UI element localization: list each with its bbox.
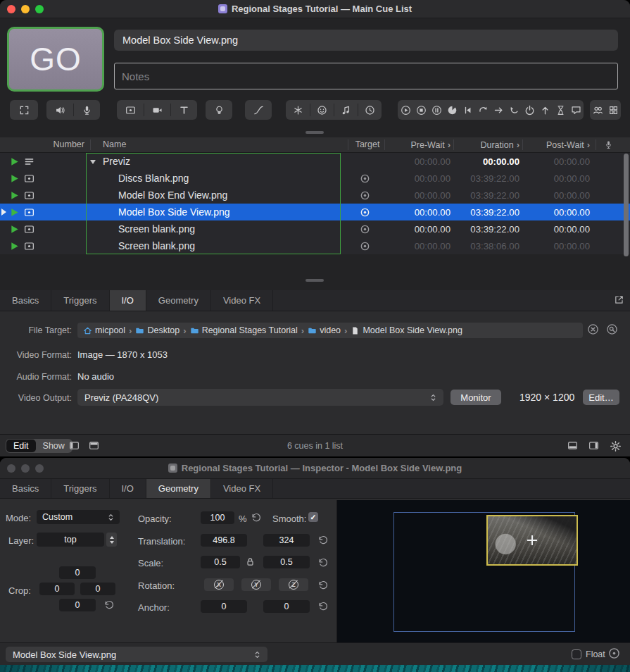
rotation-z-button[interactable]: Z xyxy=(279,578,308,591)
go-button[interactable]: GO xyxy=(7,27,104,92)
cue-row[interactable]: Discs Blank.png 00:00.00 03:39:22.00 00:… xyxy=(0,170,630,187)
rotation-reset-button[interactable] xyxy=(318,580,329,591)
crop-bottom-field[interactable]: 0 xyxy=(59,599,96,611)
crop-top-field[interactable]: 0 xyxy=(59,566,96,579)
fullscreen-button[interactable] xyxy=(10,100,38,120)
path-item-home[interactable]: micpool xyxy=(83,325,125,335)
translation-y-field[interactable]: 324 xyxy=(263,534,310,547)
anchor-x-field[interactable]: 0 xyxy=(201,600,247,613)
stop-transport-button[interactable] xyxy=(413,100,429,120)
play-transport-button[interactable] xyxy=(398,100,413,120)
scrollbar-thumb[interactable] xyxy=(624,154,629,256)
zoom-window-button[interactable] xyxy=(35,5,44,13)
resize-grip-middle[interactable] xyxy=(305,279,324,282)
add-midi-cue-button[interactable] xyxy=(334,100,358,120)
resize-grip-top[interactable] xyxy=(305,131,324,134)
header-post-wait[interactable]: Post-Wait› xyxy=(524,139,590,150)
add-video-cue-button[interactable] xyxy=(117,100,144,120)
cue-row-selected[interactable]: Model Box Side View.png 00:00.00 03:39:2… xyxy=(0,204,630,220)
close-window-button[interactable] xyxy=(7,464,15,473)
layer-field[interactable]: top xyxy=(37,533,104,547)
reset-workspace-button[interactable] xyxy=(506,100,522,120)
edit-output-button[interactable]: Edit… xyxy=(583,390,619,405)
float-checkbox[interactable] xyxy=(572,649,581,659)
rotation-y-button[interactable]: Y xyxy=(241,578,271,591)
tab-io[interactable]: I/O xyxy=(110,479,146,498)
main-titlebar[interactable]: Regional Stages Tutorial — Main Cue List xyxy=(0,0,630,18)
power-button[interactable] xyxy=(522,100,537,120)
disclosure-triangle[interactable] xyxy=(90,160,96,164)
cue-target-icon[interactable] xyxy=(360,241,370,251)
crop-reset-button[interactable] xyxy=(104,599,115,611)
cue-name-field[interactable]: Model Box Side View.png xyxy=(114,30,618,51)
cue-row-previz[interactable]: Previz 00:00.00 00:00.00 00:00.00 xyxy=(0,153,630,170)
video-output-select[interactable]: Previz (PA248QV) xyxy=(77,389,443,406)
crop-right-field[interactable]: 0 xyxy=(80,583,115,595)
close-window-button[interactable] xyxy=(7,5,15,13)
rotation-x-button[interactable]: X xyxy=(204,578,234,591)
header-target[interactable]: Target xyxy=(351,139,384,149)
anchor-reset-button[interactable] xyxy=(318,601,329,612)
tab-geometry[interactable]: Geometry xyxy=(146,479,211,498)
crop-left-field[interactable]: 0 xyxy=(39,583,75,595)
play-cue-icon[interactable] xyxy=(9,224,20,235)
toggle-bottom-panel-button[interactable] xyxy=(567,440,578,451)
path-item-file[interactable]: Model Box Side View.png xyxy=(351,325,462,335)
clear-target-button[interactable] xyxy=(587,323,599,335)
mode-select[interactable]: Custom xyxy=(37,510,120,524)
cue-target-icon[interactable] xyxy=(360,207,370,218)
go-to-start-button[interactable] xyxy=(460,100,475,120)
minimize-window-button[interactable] xyxy=(21,5,30,13)
add-script-cue-button[interactable] xyxy=(310,100,334,120)
header-number[interactable]: Number xyxy=(49,139,84,149)
opacity-reset-button[interactable] xyxy=(251,512,263,523)
opacity-field[interactable]: 100 xyxy=(201,511,234,524)
monitor-button[interactable]: Monitor xyxy=(451,390,501,405)
redo-button[interactable] xyxy=(475,100,491,120)
header-pre-wait[interactable]: Pre-Wait› xyxy=(386,139,451,150)
file-target-field[interactable]: micpool › Desktop › Regional Stages Tuto… xyxy=(77,323,583,338)
add-audio-cue-button[interactable] xyxy=(46,100,73,120)
add-light-cue-button[interactable] xyxy=(206,100,232,120)
minimize-window-button[interactable] xyxy=(21,464,30,473)
play-cue-icon[interactable] xyxy=(9,156,20,167)
path-item-desktop[interactable]: Desktop xyxy=(135,325,179,335)
translation-x-field[interactable]: 496.8 xyxy=(201,534,247,547)
advance-playhead-button[interactable] xyxy=(491,100,506,120)
tab-triggers[interactable]: Triggers xyxy=(51,290,109,311)
add-network-cue-button[interactable] xyxy=(286,100,310,120)
translation-reset-button[interactable] xyxy=(318,535,329,546)
cue-row[interactable]: Model Box End View.png 00:00.00 03:39:22… xyxy=(0,187,630,204)
cue-list-scrollbar[interactable] xyxy=(623,153,629,267)
toggle-right-panel-button[interactable] xyxy=(588,440,599,451)
smooth-checkbox[interactable] xyxy=(308,512,318,522)
load-to-time-button[interactable] xyxy=(553,100,568,120)
stage-preview[interactable] xyxy=(336,500,630,642)
play-cue-icon[interactable] xyxy=(9,173,20,184)
zoom-window-button[interactable] xyxy=(35,464,44,473)
play-cue-icon[interactable] xyxy=(9,207,20,218)
notes-field[interactable] xyxy=(114,63,618,89)
pause-transport-button[interactable] xyxy=(429,100,444,120)
inspected-cue-select[interactable]: Model Box Side View.png xyxy=(6,647,267,662)
choose-target-button[interactable] xyxy=(606,323,618,335)
add-mic-cue-button[interactable] xyxy=(73,100,100,120)
inspector-titlebar[interactable]: Regional Stages Tutorial — Inspector - M… xyxy=(0,458,630,479)
anchor-y-field[interactable]: 0 xyxy=(263,600,310,613)
cue-row[interactable]: Screen blank.png 00:00.00 03:39:22.00 00… xyxy=(0,220,630,237)
tab-video-fx[interactable]: Video FX xyxy=(211,290,273,311)
cue-row[interactable]: Screen blank.png 00:00.00 03:38:06.00 00… xyxy=(0,237,630,254)
cue-target-icon[interactable] xyxy=(360,224,370,235)
cue-target-icon[interactable] xyxy=(360,190,370,201)
cue-target-icon[interactable] xyxy=(360,173,370,184)
dashboard-button[interactable] xyxy=(605,100,621,120)
tab-basics[interactable]: Basics xyxy=(0,290,51,311)
notes-panel-button[interactable] xyxy=(568,100,584,120)
header-duration[interactable]: Duration› xyxy=(452,139,519,150)
load-cue-button[interactable] xyxy=(537,100,553,120)
add-text-cue-button[interactable] xyxy=(170,100,197,120)
add-fade-cue-button[interactable] xyxy=(245,100,272,120)
play-cue-icon[interactable] xyxy=(9,190,20,201)
path-item-video[interactable]: video xyxy=(308,325,341,335)
play-cue-icon[interactable] xyxy=(9,241,20,251)
